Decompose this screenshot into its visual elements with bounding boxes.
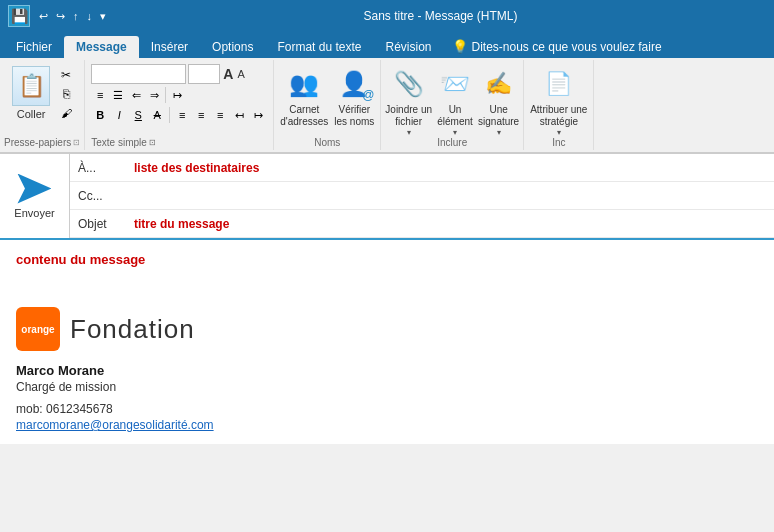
subject-row: Objet [70, 210, 774, 238]
group-noms: 👥 Carnetd'adresses 👤@ Vérifierles noms N… [274, 60, 381, 150]
align-center-button[interactable]: ≡ [192, 106, 210, 124]
verifier-noms-label: Vérifierles noms [334, 104, 374, 128]
increase-indent-button[interactable]: ⇒ [145, 86, 163, 104]
expand-texte-icon[interactable]: ⊡ [149, 138, 156, 147]
ribbon-tabs: Fichier Message Insérer Options Format d… [0, 32, 774, 58]
tab-revision[interactable]: Révision [373, 36, 443, 58]
carnet-adresses-icon: 👥 [284, 64, 324, 104]
element-label: Unélément [437, 104, 473, 128]
send-icon [17, 174, 51, 204]
mob-value: 0612345678 [46, 402, 113, 416]
email-header: Envoyer À... Cc... Objet [0, 154, 774, 238]
group-attribuer-label: Inc [552, 137, 565, 148]
down-button[interactable]: ↓ [84, 8, 96, 24]
strategie-icon: 📄 [539, 64, 579, 104]
tab-message[interactable]: Message [64, 36, 139, 58]
group-attribuer: 📄 Attribuer unestratégie ▾ Inc [524, 60, 594, 150]
joindre-label: Joindre unfichier [385, 104, 432, 128]
up-button[interactable]: ↑ [70, 8, 82, 24]
save-button[interactable]: 💾 [8, 5, 30, 27]
lightbulb-icon: 💡 [452, 39, 468, 54]
subject-label: Objet [70, 217, 130, 231]
window-title: Sans titre - Message (HTML) [115, 9, 766, 23]
align-justify-button[interactable]: ≡ [211, 106, 229, 124]
tab-inserer[interactable]: Insérer [139, 36, 200, 58]
coller-icon: 📋 [12, 66, 50, 106]
group-noms-label: Noms [314, 137, 340, 148]
underline-button[interactable]: S [129, 106, 147, 124]
strategie-label: Attribuer unestratégie [530, 104, 587, 128]
more-button[interactable]: ▾ [97, 8, 109, 25]
font-family-select[interactable] [91, 64, 186, 84]
fondation-text: Fondation [70, 314, 195, 345]
signature-dropdown-icon[interactable]: ▾ [497, 128, 501, 137]
ribbon-bar: 📋 Coller ✂ ⎘ 🖌 Presse-papiers ⊡ A A ≡ ☰ [0, 58, 774, 153]
tab-fichier[interactable]: Fichier [4, 36, 64, 58]
tab-format[interactable]: Format du texte [265, 36, 373, 58]
left-to-right-button[interactable]: ↦ [249, 106, 267, 124]
joindre-dropdown-icon[interactable]: ▾ [407, 128, 411, 137]
redo-button[interactable]: ↪ [53, 8, 68, 25]
orange-logo: orange Fondation [16, 307, 758, 351]
format-painter-button[interactable]: 🖌 [56, 104, 76, 122]
email-fields: À... Cc... Objet [70, 154, 774, 238]
font-size-select[interactable] [188, 64, 220, 84]
signature-label: Unesignature [478, 104, 519, 128]
send-button-container: Envoyer [0, 154, 70, 238]
quick-access-toolbar: ↩ ↪ ↑ ↓ ▾ [36, 8, 109, 25]
undo-button[interactable]: ↩ [36, 8, 51, 25]
subject-field[interactable] [130, 217, 774, 231]
numbered-button[interactable]: ☰ [109, 86, 127, 104]
group-presse-papiers-label: Presse-papiers ⊡ [4, 137, 80, 148]
to-button[interactable]: À... [70, 154, 130, 181]
bullets-button[interactable]: ≡ [91, 86, 109, 104]
carnet-adresses-label: Carnetd'adresses [280, 104, 328, 128]
mob-label: mob: [16, 402, 43, 416]
envoyer-label: Envoyer [14, 207, 54, 219]
tell-me-area[interactable]: 💡 Dites-nous ce que vous voulez faire [444, 35, 670, 58]
envoyer-button[interactable]: Envoyer [4, 168, 64, 225]
coller-button[interactable]: 📋 Coller [8, 64, 54, 122]
body-content-label: contenu du message [16, 252, 758, 267]
align-right-button[interactable]: ↦ [168, 86, 186, 104]
italic-button[interactable]: I [110, 106, 128, 124]
orange-brand-text: orange [21, 324, 54, 335]
group-inclure: 📎 Joindre unfichier ▾ 📨 Unélément ▾ ✍ Un… [381, 60, 524, 150]
coller-label: Coller [17, 108, 46, 120]
paperclip-icon: 📎 [390, 64, 428, 104]
orange-square-logo: orange [16, 307, 60, 351]
verifier-noms-button[interactable]: 👤@ Vérifierles noms [334, 64, 374, 128]
title-bar: 💾 ↩ ↪ ↑ ↓ ▾ Sans titre - Message (HTML) [0, 0, 774, 32]
font-size-decrease-button[interactable]: A [236, 68, 245, 80]
email-body: contenu du message orange Fondation Marc… [0, 238, 774, 444]
align-left-button[interactable]: ≡ [173, 106, 191, 124]
signature-button[interactable]: ✍ Unesignature ▾ [478, 64, 519, 137]
signature-area: orange Fondation Marco Morane Chargé de … [16, 297, 758, 432]
sig-email-link[interactable]: marcomorane@orangesolidarité.com [16, 418, 214, 432]
signature-icon: ✍ [480, 64, 518, 104]
expand-presse-papiers-icon[interactable]: ⊡ [73, 138, 80, 147]
cc-field[interactable] [130, 189, 774, 203]
element-dropdown-icon[interactable]: ▾ [453, 128, 457, 137]
verifier-noms-icon: 👤@ [334, 64, 374, 104]
to-row: À... [70, 154, 774, 182]
clipboard-sub-buttons: ✂ ⎘ 🖌 [56, 64, 76, 122]
font-size-increase-button[interactable]: A [222, 66, 234, 82]
un-element-button[interactable]: 📨 Unélément ▾ [436, 64, 474, 137]
cc-button[interactable]: Cc... [70, 182, 130, 209]
carnet-adresses-button[interactable]: 👥 Carnetd'adresses [280, 64, 328, 128]
strikethrough-button[interactable]: A [148, 106, 166, 124]
right-to-left-button[interactable]: ↤ [230, 106, 248, 124]
email-compose-area: Envoyer À... Cc... Objet contenu du mess… [0, 153, 774, 444]
to-field[interactable] [130, 161, 774, 175]
strategie-dropdown-icon[interactable]: ▾ [557, 128, 561, 137]
tab-options[interactable]: Options [200, 36, 265, 58]
copy-button[interactable]: ⎘ [56, 85, 76, 103]
cut-button[interactable]: ✂ [56, 66, 76, 84]
joindre-fichier-button[interactable]: 📎 Joindre unfichier ▾ [385, 64, 432, 137]
sig-title: Chargé de mission [16, 380, 758, 394]
bold-button[interactable]: B [91, 106, 109, 124]
decrease-indent-button[interactable]: ⇐ [127, 86, 145, 104]
group-texte-label: Texte simple ⊡ [91, 137, 267, 148]
attribuer-strategie-button[interactable]: 📄 Attribuer unestratégie ▾ [530, 64, 587, 137]
